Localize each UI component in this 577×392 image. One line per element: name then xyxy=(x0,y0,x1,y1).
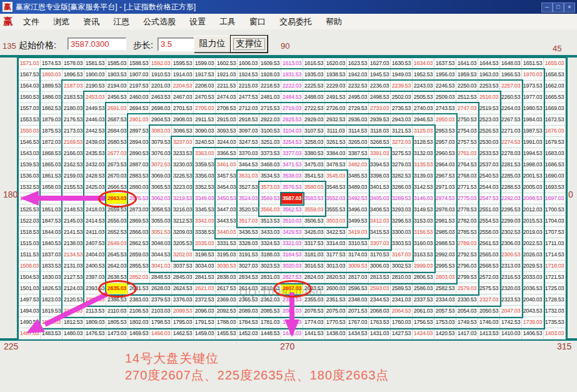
gann-cell: 3268.53 xyxy=(369,137,391,148)
gann-cell: 2383.03 xyxy=(128,294,150,306)
gann-cell: 1483.53 xyxy=(41,328,63,339)
gann-cell: 2155.53 xyxy=(63,182,84,193)
gann-cell: 2551.03 xyxy=(478,204,500,216)
support-button[interactable]: 支撑位 xyxy=(231,36,268,53)
gann-cell: 1658.53 xyxy=(544,69,566,81)
gann-cell: 1662.03 xyxy=(544,81,566,92)
menu-item-9[interactable]: 帮助 xyxy=(319,14,349,29)
gann-cell: 3461.03 xyxy=(216,159,238,171)
gann-cell: 1459.03 xyxy=(194,328,216,339)
gann-cell: 2848.53 xyxy=(150,272,172,283)
gann-cell: 2344.53 xyxy=(369,294,391,306)
key-level-cell[interactable]: 2635.03 xyxy=(106,283,128,294)
app-window: 赢 赢家江恩专业版[赢家服务平台] - [上证指数价格正方形] ─ □ × 赢 … xyxy=(0,0,577,392)
menu-item-0[interactable]: 文件 xyxy=(16,14,46,29)
gann-cell: 3034.03 xyxy=(194,261,216,272)
gann-cell: 3559.03 xyxy=(303,204,325,216)
menu-item-1[interactable]: 浏览 xyxy=(46,14,76,29)
gann-cell: 3499.53 xyxy=(347,216,369,227)
menu-item-3[interactable]: 江恩 xyxy=(106,14,136,29)
gann-cell: 2288.53 xyxy=(500,182,522,193)
gann-cell: 2932.53 xyxy=(325,114,347,126)
gann-cell: 2169.53 xyxy=(63,137,84,148)
gann-cell: 1564.03 xyxy=(19,81,41,92)
gann-cell: 1574.53 xyxy=(41,58,63,69)
gann-cell: 2292.03 xyxy=(500,193,522,204)
gann-cell: 2232.53 xyxy=(347,81,369,92)
resistance-button[interactable]: 阻力位 xyxy=(194,36,231,53)
menu-item-8[interactable]: 交易委托 xyxy=(273,14,319,29)
gann-cell: 2708.53 xyxy=(216,103,238,114)
gann-cell: 2593.03 xyxy=(369,283,391,294)
gann-cell: 2876.53 xyxy=(128,193,150,204)
gann-cell: 1672.53 xyxy=(544,114,566,126)
gann-cell: 2985.03 xyxy=(434,227,456,238)
gann-cell: 1994.53 xyxy=(522,148,544,159)
gann-cell: 2085.53 xyxy=(259,306,281,317)
menu-item-7[interactable]: 窗口 xyxy=(243,14,273,29)
gann-cell: 3093.53 xyxy=(216,126,238,137)
gann-cell: 2183.53 xyxy=(63,92,84,103)
gann-cell: 2621.03 xyxy=(194,283,216,294)
gann-cell: 1413.53 xyxy=(478,328,500,339)
gann-cell: 3342.03 xyxy=(194,216,216,227)
close-button[interactable]: × xyxy=(564,3,575,13)
gann-cell: 2337.53 xyxy=(413,294,434,306)
gann-cell: 2701.53 xyxy=(172,103,194,114)
key-level-cell[interactable]: 2607.03 xyxy=(281,283,303,294)
gann-cell: 1896.53 xyxy=(63,69,84,81)
gann-cell: 3205.53 xyxy=(172,238,194,249)
gann-cell: 2082.03 xyxy=(281,306,303,317)
gann-cell: 2537.03 xyxy=(478,159,500,171)
gann-cell: 2873.03 xyxy=(128,204,150,216)
gann-cell: 3114.53 xyxy=(347,126,369,137)
gann-cell: 2229.03 xyxy=(325,81,347,92)
gann-cell: 3359.53 xyxy=(194,159,216,171)
angle-label-180: 180 xyxy=(3,189,18,199)
gann-cell: 3237.03 xyxy=(172,137,194,148)
gann-cell: 2309.53 xyxy=(500,249,522,261)
gann-cell: 2855.53 xyxy=(128,261,150,272)
gann-cell: 1585.03 xyxy=(106,58,128,69)
gann-cell: 2012.03 xyxy=(522,204,544,216)
gann-cell: 2453.03 xyxy=(84,92,106,103)
menu-item-5[interactable]: 设置 xyxy=(183,14,213,29)
toolbar: 135 起始价格: 步长: 3.5 ▼ 阻力位 支撑位 90 45 xyxy=(0,29,577,55)
gann-cell: 1686.53 xyxy=(544,159,566,171)
gann-cell: 3051.53 xyxy=(150,227,172,238)
gann-cell: 3156.53 xyxy=(413,227,434,238)
gann-cell: 2614.03 xyxy=(238,283,259,294)
menu-item-2[interactable]: 资讯 xyxy=(76,14,106,29)
start-price-label: 起始价格: xyxy=(19,40,56,51)
gann-cell: 2271.03 xyxy=(500,126,522,137)
gann-cell: 1560.53 xyxy=(19,92,41,103)
gann-cell: 2435.53 xyxy=(84,148,106,159)
gann-cell: 2712.03 xyxy=(238,103,259,114)
menu-items: 文件浏览资讯江恩公式选股设置工具窗口交易委托帮助 xyxy=(16,14,349,29)
menu-item-6[interactable]: 工具 xyxy=(213,14,243,29)
menu-item-4[interactable]: 公式选股 xyxy=(136,14,183,29)
gann-cell: 3181.03 xyxy=(303,249,325,261)
key-level-cell[interactable]: 2663.03 xyxy=(106,193,128,204)
gann-cell: 1620.03 xyxy=(325,58,347,69)
gann-cell: 1511.53 xyxy=(19,249,41,261)
gann-cell: 3209.03 xyxy=(172,227,194,238)
minimize-button[interactable]: ─ xyxy=(541,3,553,13)
gann-cell: 3405.03 xyxy=(369,193,391,204)
gann-cell: 2442.53 xyxy=(84,126,106,137)
gann-cell: 2446.03 xyxy=(84,114,106,126)
center-price-cell[interactable]: 3587.03 xyxy=(281,193,303,204)
gann-cell: 3069.03 xyxy=(150,171,172,182)
gann-cell: 2327.03 xyxy=(478,294,500,306)
gann-cell: 1774.03 xyxy=(303,317,325,328)
gann-cell: 2852.03 xyxy=(128,272,150,283)
maximize-button[interactable]: □ xyxy=(553,3,564,13)
gann-cell: 2652.53 xyxy=(106,227,128,238)
gann-cell: 3366.53 xyxy=(216,148,238,159)
start-price-input[interactable] xyxy=(68,38,126,50)
gann-cell: 1833.53 xyxy=(41,261,63,272)
gann-cell: 1683.03 xyxy=(544,148,566,159)
gann-cell: 1998.03 xyxy=(522,159,544,171)
gann-cell: 3454.03 xyxy=(216,182,238,193)
gann-cell: 2631.53 xyxy=(128,283,150,294)
